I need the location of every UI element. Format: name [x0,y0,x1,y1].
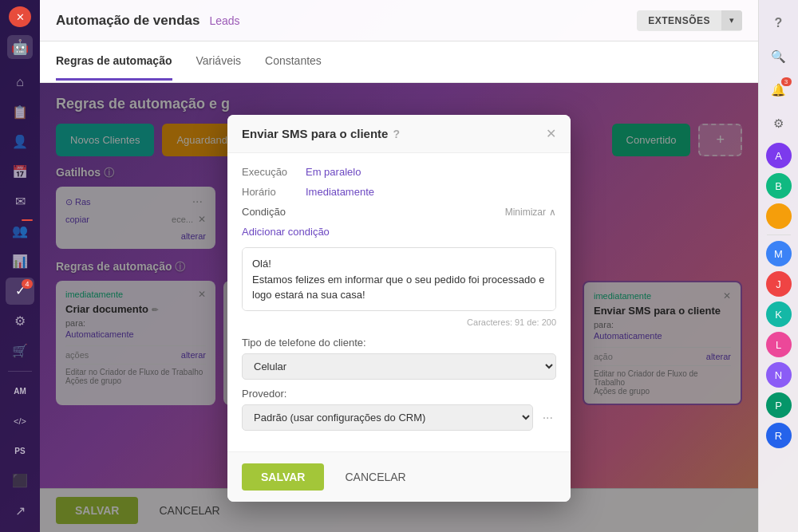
notification-badge: 3 [781,77,792,86]
tab-automation-rules[interactable]: Regras de automação [56,43,172,81]
extensions-arrow-icon: ▾ [721,10,742,30]
sidebar-item-reports[interactable]: 📊 [6,248,34,274]
modal-enviar-sms: Enviar SMS para o cliente ? ✕ Execução E… [227,115,571,502]
modal-body: Execução Em paralelo Horário Imediatamen… [227,153,571,451]
avatar-9[interactable]: P [766,392,792,418]
avatar-7[interactable]: L [766,332,792,357]
condicao-label: Condição [242,206,286,218]
right-sidebar: ? 🔍 🔔 3 ⚙ A B M J K L N P R [758,0,798,532]
modal-cancel-button[interactable]: CANCELAR [332,463,418,491]
app-title: Automação de vendas [56,13,200,29]
modal-overlay: Enviar SMS para o cliente ? ✕ Execução E… [40,83,758,532]
sidebar-item-settings[interactable]: ⚙ [6,308,34,334]
char-count: Caracteres: 91 de: 200 [242,317,556,327]
execucao-label: Execução [242,166,306,178]
phone-type-row: Celular Fixo [242,353,556,380]
sidebar-item-link[interactable]: ↗ [6,498,34,524]
provider-label: Provedor: [242,388,556,400]
modal-footer: SALVAR CANCELAR [227,451,571,502]
minimize-button[interactable]: Minimizar ∧ [505,207,556,218]
condicao-row: Condição Minimizar ∧ [242,206,556,218]
horario-row: Horário Imediatamente [242,186,556,198]
extensions-label: EXTENSÕES [637,10,721,31]
close-button[interactable]: ✕ [9,6,31,27]
message-textarea[interactable]: Olá! Estamos felizes em informar que o s… [242,247,556,311]
notification-icon[interactable]: 🔔 3 [764,76,793,104]
tabs-bar: Regras de automação Variáveis Constantes [40,41,758,83]
settings-gear-icon[interactable]: ⚙ [764,109,793,138]
sidebar-item-calendar[interactable]: 📅 [6,158,34,184]
tasks-badge: 4 [22,279,33,289]
modal-help-icon[interactable]: ? [393,128,400,140]
extensions-button[interactable]: EXTENSÕES ▾ [637,10,742,31]
phone-type-label: Tipo de telefone do cliente: [242,337,556,349]
sidebar-item-email[interactable]: ✉ [6,188,34,215]
sidebar-item-am[interactable]: AM [6,378,34,404]
add-condition-link[interactable]: Adicionar condição [242,226,330,238]
sidebar-divider [8,371,32,372]
avatar-5[interactable]: J [766,271,792,297]
avatar-8[interactable]: N [766,362,792,388]
tab-constants[interactable]: Constantes [265,43,322,81]
search-icon[interactable]: 🔍 [764,42,793,71]
avatar-4[interactable]: M [766,241,792,266]
breadcrumb: Leads [209,14,239,27]
avatar-10[interactable]: R [766,423,792,448]
avatar-2[interactable]: B [766,173,792,199]
horario-label: Horário [242,186,306,198]
sidebar-item-code[interactable]: </> [6,408,34,434]
avatar-1[interactable]: A [766,143,792,168]
phone-type-select[interactable]: Celular Fixo [242,353,556,380]
modal-title: Enviar SMS para o cliente ? [242,127,400,140]
sidebar-item-deals[interactable]: 📋 [6,98,34,124]
horario-value[interactable]: Imediatamente [306,186,374,198]
provider-row: Padrão (usar configurações do CRM) ··· [242,404,556,431]
sidebar-item-home[interactable]: ⌂ [6,69,34,95]
left-sidebar: ✕ 🤖 ⌂ 📋 👤 📅 ✉ 👥 📊 ✓ 4 ⚙ 🛒 AM </> PS ⬛ ↗ [0,0,40,532]
tab-variables[interactable]: Variáveis [196,43,242,81]
avatar-6[interactable]: K [766,301,792,327]
provider-more-icon[interactable]: ··· [539,411,556,425]
sidebar-item-ps[interactable]: PS [6,438,34,464]
sidebar-item-cart[interactable]: 🛒 [6,337,34,364]
avatar-3[interactable] [766,203,792,229]
modal-close-button[interactable]: ✕ [546,126,556,141]
chevron-up-icon: ∧ [549,207,556,218]
app-logo: 🤖 [7,35,33,59]
page-content: Regras de automação e g Novos Clientes A… [40,83,758,532]
sidebar-item-groups[interactable]: 👥 [6,218,34,244]
main-content: Automação de vendas Leads EXTENSÕES ▾ Re… [40,0,758,532]
provider-select[interactable]: Padrão (usar configurações do CRM) [242,404,533,431]
sidebar-item-contacts[interactable]: 👤 [6,128,34,155]
right-sidebar-divider [767,234,791,235]
top-bar: Automação de vendas Leads EXTENSÕES ▾ [40,0,758,41]
modal-header: Enviar SMS para o cliente ? ✕ [227,115,571,153]
execucao-value[interactable]: Em paralelo [306,166,361,178]
modal-save-button[interactable]: SALVAR [242,463,324,491]
help-icon[interactable]: ? [764,9,793,37]
sidebar-item-automation[interactable]: ✓ 4 [6,278,34,304]
sidebar-item-box[interactable]: ⬛ [6,467,34,494]
execucao-row: Execução Em paralelo [242,166,556,178]
groups-badge [22,219,33,221]
